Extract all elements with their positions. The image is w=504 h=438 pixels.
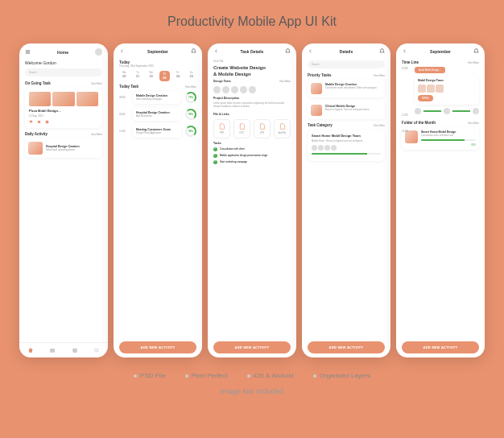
file-label: PDF (216, 132, 228, 134)
view-more-link[interactable]: View More (468, 122, 479, 125)
nav-folder-icon[interactable] (49, 347, 56, 353)
screens-row: Home Welcome Gordon Search On Going Task… (8, 43, 496, 357)
task-card[interactable]: Hospital Design CreationAdd illustration… (133, 108, 181, 121)
back-icon[interactable] (308, 48, 313, 54)
checklist-item[interactable]: Start marketing campaign (213, 160, 291, 164)
bottom-nav (19, 342, 108, 357)
bell-icon[interactable] (191, 48, 196, 54)
card-title: Pizza Mobil Design… (29, 109, 98, 113)
breadcrumb: Task Title (213, 60, 291, 63)
folder-card[interactable]: Smart Home Mobil Design Consectetur enim… (402, 127, 479, 150)
file-box[interactable]: PDF (213, 119, 230, 138)
screen-calendar: September Today Thursday, 23rd September… (114, 43, 202, 357)
checklist-item[interactable]: Consultation with client (213, 147, 291, 151)
priority-task-card[interactable]: Clinical Mobile Design Harum in fugione.… (308, 101, 385, 119)
screen-timeline: September Time Line View More 10.00 Hote… (396, 43, 485, 357)
feature-label: Pixel Perfect (192, 372, 228, 379)
search-input[interactable]: Search (308, 60, 385, 68)
checklist-item[interactable]: Mobile application design presentation s… (213, 154, 291, 158)
bell-icon[interactable] (473, 48, 479, 54)
ongoing-task-card[interactable]: Pizza Mobil Design… 15 Sep, 2021 (25, 88, 102, 128)
file-icon (219, 123, 225, 130)
open-button[interactable]: OPEN (418, 95, 433, 101)
date-cell[interactable]: Th23 (159, 71, 170, 81)
view-more-link[interactable]: View More (279, 80, 291, 83)
back-icon[interactable] (213, 48, 219, 54)
today-date: Thursday, 23rd September 2021 (119, 64, 196, 68)
task-title-line1: Create Website Design (213, 65, 291, 70)
add-activity-button[interactable]: ADD NEW ACTIVITY (402, 341, 479, 353)
nav-home-icon[interactable] (27, 347, 34, 353)
priority-task-card[interactable]: Mobile Design Creation Consectetur enim … (308, 80, 385, 97)
avatar[interactable] (249, 86, 256, 93)
profile-avatar[interactable] (95, 48, 102, 56)
check-label: Mobile application design presentation s… (220, 154, 267, 157)
view-more-link[interactable]: View More (185, 85, 196, 89)
bell-icon[interactable] (379, 48, 385, 54)
task-subtitle: Consectetur enim velit deleniti. Dolor s… (325, 86, 382, 89)
section-folder: Folder of the Month (402, 121, 436, 125)
files-label: File & Links (213, 113, 291, 116)
daily-activity-card[interactable]: Hospital Design Creation Selecting & upl… (25, 138, 102, 158)
file-box[interactable]: DOC (233, 119, 250, 138)
svg-rect-6 (72, 349, 76, 353)
task-card[interactable]: Mobile Design CreationStart marketing ca… (133, 91, 181, 104)
team-card[interactable]: Smart Home Mobil Design Team Mobile Team… (308, 130, 385, 161)
nav-menu-icon[interactable] (93, 347, 100, 353)
view-more-link[interactable]: View More (374, 74, 385, 77)
project-description: Lorem ipsum dolor sit amet, consectetur … (213, 102, 291, 109)
add-activity-button[interactable]: ADD NEW ACTIVITY (213, 341, 291, 353)
description-label: Project Description (213, 97, 291, 100)
file-box[interactable]: JPG (254, 119, 271, 138)
header-title: Home (57, 50, 68, 55)
section-priority: Priority Tasks (308, 73, 331, 77)
file-box[interactable]: Add File (274, 119, 291, 138)
view-more-link[interactable]: View More (468, 61, 479, 64)
avatar[interactable] (213, 86, 221, 93)
tasks-label: Tasks (213, 142, 291, 145)
folder-subtitle: Consectetur enim velit dolor sint. (421, 134, 476, 137)
date-cell[interactable]: We22 (146, 71, 156, 81)
file-label: JPG (256, 132, 268, 134)
attachment-icon (37, 120, 41, 124)
header-title: Details (340, 49, 353, 54)
add-activity-button[interactable]: ADD NEW ACTIVITY (119, 341, 196, 353)
timeline-badge[interactable]: Hotel Mobil Design… (415, 67, 445, 73)
avatar[interactable] (222, 86, 229, 93)
back-icon[interactable] (402, 48, 407, 54)
timeline-card-title: Mobil Design Team (418, 79, 476, 82)
task-thumbnail (311, 105, 322, 116)
task-card[interactable]: Meeting Customers ZoomDesign Photo Appli… (133, 125, 181, 138)
date-cell[interactable]: Tu21 (133, 71, 143, 81)
activity-subtitle: Selecting & uploading photos (46, 148, 99, 151)
file-icon (239, 123, 246, 130)
task-time: 08.00 (119, 96, 129, 99)
section-daily: Daily Activity (25, 132, 48, 136)
date-cell[interactable]: Mo20 (119, 71, 130, 81)
kit-title: Productivity Mobile App UI Kit (167, 14, 337, 29)
bell-icon[interactable] (285, 48, 291, 54)
task-time: 09.00 (119, 113, 129, 116)
view-more-link[interactable]: View More (374, 124, 385, 127)
avatar (318, 145, 324, 151)
view-more-link[interactable]: View More (91, 82, 102, 85)
view-more-link[interactable]: View More (91, 133, 102, 136)
search-input[interactable]: Search (25, 68, 102, 76)
back-icon[interactable] (119, 48, 125, 54)
section-timeline: Time Line (402, 60, 419, 64)
avatar[interactable] (240, 86, 247, 93)
timeline-card[interactable]: Mobil Design Team OPEN (415, 76, 479, 105)
feature-item: Pixel Perfect (185, 372, 228, 379)
team-title: Smart Home Mobil Design Team (312, 134, 381, 138)
nav-calendar-icon[interactable] (72, 347, 78, 353)
team-subtitle: Mobile Team · Harum in fugione sunt est … (312, 139, 381, 143)
menu-icon[interactable] (25, 49, 31, 55)
date-cell[interactable]: Fr24 (173, 71, 184, 81)
check-icon (213, 154, 217, 158)
date-cell[interactable]: Sa25 (186, 71, 196, 81)
add-activity-button[interactable]: ADD NEW ACTIVITY (308, 341, 385, 353)
feature-item: PSD File (134, 372, 166, 379)
avatar[interactable] (231, 86, 238, 93)
header-title: September (147, 49, 168, 54)
card-date: 15 Sep, 2021 (29, 114, 98, 118)
